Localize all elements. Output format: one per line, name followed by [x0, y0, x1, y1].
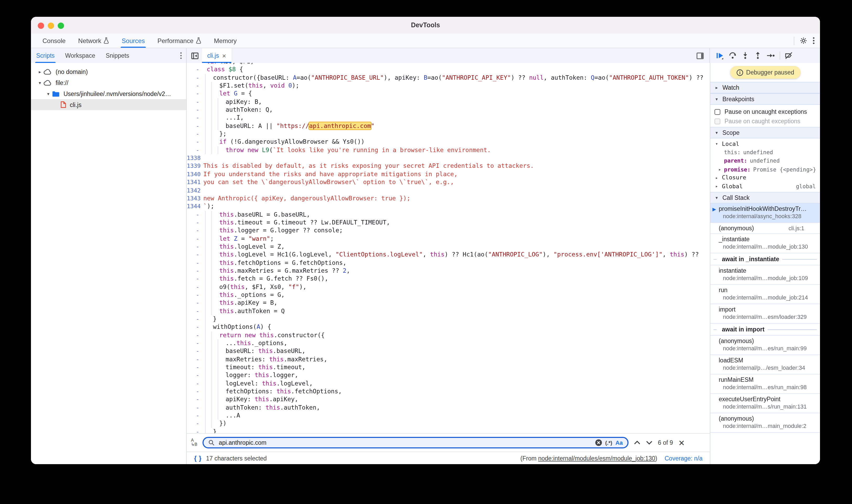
code-line[interactable]: -this.maxRetries = G.maxRetries ?? 2, [187, 267, 710, 275]
more-options-kebab-icon[interactable] [813, 37, 815, 44]
code-line[interactable]: 1342 [187, 186, 710, 195]
code-line[interactable]: -logLevel: this.logLevel, [187, 380, 710, 388]
gutter-dash[interactable]: - [187, 347, 199, 356]
gutter-dash[interactable]: - [187, 372, 199, 380]
code-line[interactable]: -logger: this.logger, [187, 372, 710, 380]
chevron-right-icon[interactable]: ▸ [714, 175, 719, 180]
code-line[interactable]: -} [187, 428, 710, 433]
scope-group-local[interactable]: ▾Local [710, 140, 820, 148]
stack-frame[interactable]: executeUserEntryPointnode:internal/m…s/r… [710, 394, 820, 413]
chevron-right-icon[interactable]: ▸ [718, 166, 722, 172]
chevron-down-icon[interactable]: ▾ [36, 80, 43, 85]
pretty-print-icon[interactable]: { } [194, 454, 202, 462]
stack-frame[interactable]: ▶promiseInitHookWithDestroyTr…node:inter… [710, 203, 820, 223]
code-line[interactable]: -baseURL: A || "https://api.anthropic.co… [187, 122, 710, 130]
gutter-line-number[interactable]: 1343 [187, 195, 199, 203]
scope-var-promise[interactable]: ▸promise:Promise {<pending>} [710, 165, 820, 173]
code-line[interactable]: -} [187, 315, 710, 323]
gutter-dash[interactable]: - [187, 323, 199, 331]
gutter-dash[interactable]: - [187, 267, 199, 275]
section-breakpoints[interactable]: ▾ Breakpoints [710, 93, 820, 105]
panel-tab-network[interactable]: Network [72, 34, 116, 48]
code-line[interactable]: 1344`); [187, 202, 710, 211]
stack-frame[interactable]: runMainESMnode:internal/m…es/run_main:98 [710, 375, 820, 394]
stack-frame[interactable]: (anonymous)node:internal/m…main_module:2 [710, 413, 820, 433]
gutter-dash[interactable]: - [187, 146, 199, 155]
search-input[interactable] [218, 439, 591, 446]
gutter-dash[interactable]: - [187, 307, 199, 315]
tree-item-cli-js[interactable]: cli.js [31, 99, 186, 110]
chevron-down-icon[interactable]: ▾ [45, 91, 52, 96]
scope-var-parent[interactable]: parent:undefined [710, 157, 820, 165]
gutter-dash[interactable]: - [187, 404, 199, 412]
code-line[interactable]: -class $8 { [187, 66, 710, 74]
search-field[interactable]: (.*) Aa [202, 437, 628, 448]
chevron-right-icon[interactable]: ▸ [36, 69, 43, 74]
chevron-down-icon[interactable]: ▾ [714, 141, 719, 146]
gutter-dash[interactable]: - [187, 90, 199, 98]
regex-toggle-icon[interactable]: (.*) [605, 440, 612, 446]
step-over-icon[interactable] [729, 52, 736, 59]
code-line[interactable]: -this.logLevel = Z, [187, 243, 710, 251]
code-line[interactable]: -if (!G.dangerouslyAllowBrowser && Ys0()… [187, 138, 710, 146]
section-scope[interactable]: ▾ Scope [710, 127, 820, 139]
previous-match-icon[interactable] [634, 440, 641, 445]
close-find-bar-icon[interactable]: ✕ [678, 439, 685, 447]
gutter-dash[interactable]: - [187, 251, 199, 259]
code-line[interactable]: 1341you can set the \`dangerouslyAllowBr… [187, 178, 710, 186]
stack-frame[interactable]: instantiatenode:internal/m…module_job:10… [710, 265, 820, 285]
code-line[interactable]: -authToken: Q, [187, 106, 710, 114]
stack-frame[interactable]: importnode:internal/m…esm/loader:329 [710, 304, 820, 324]
hide-navigator-icon[interactable] [191, 52, 199, 59]
pause-option-0[interactable]: Pause on uncaught exceptions [710, 107, 820, 116]
settings-gear-icon[interactable] [800, 37, 807, 44]
tree-item-file-[interactable]: ▾file:// [31, 77, 186, 88]
gutter-dash[interactable]: - [187, 291, 199, 299]
checkbox[interactable] [714, 109, 720, 114]
source-origin-link[interactable]: node:internal/modules/esm/module_job:130 [538, 455, 655, 461]
gutter-dash[interactable]: - [187, 235, 199, 243]
gutter-dash[interactable]: - [187, 412, 199, 420]
gutter-dash[interactable]: - [187, 283, 199, 291]
gutter-dash[interactable]: - [187, 315, 199, 323]
tab-close-icon[interactable]: × [222, 52, 226, 59]
panel-tab-performance[interactable]: Performance [151, 34, 208, 48]
gutter-dash[interactable]: - [187, 211, 199, 219]
code-line[interactable]: 1343new Anthropic({ apiKey, dangerouslyA… [187, 195, 710, 203]
gutter-dash[interactable]: - [187, 98, 199, 106]
gutter-dash[interactable]: - [187, 363, 199, 372]
tab-cli-js[interactable]: cli.js × [202, 48, 231, 63]
step-icon[interactable] [766, 52, 775, 59]
code-line[interactable]: -return new this.constructor({ [187, 331, 710, 339]
gutter-line-number[interactable]: 1342 [187, 186, 199, 195]
gutter-dash[interactable]: - [187, 388, 199, 396]
scope-group-global[interactable]: ▸Globalglobal [710, 182, 820, 191]
stack-frame[interactable]: runnode:internal/m…module_job:214 [710, 285, 820, 304]
gutter-line-number[interactable]: 1341 [187, 178, 199, 186]
scope-var-this[interactable]: this:undefined [710, 148, 820, 156]
gutter-dash[interactable]: - [187, 114, 199, 122]
code-line[interactable]: -...I, [187, 114, 710, 122]
gutter-dash[interactable]: - [187, 299, 199, 307]
match-case-toggle-icon[interactable]: Aa [616, 439, 623, 446]
code-line[interactable]: -this.fetch = G.fetch ?? Fs0(), [187, 275, 710, 283]
gutter-dash[interactable]: - [187, 122, 199, 130]
code-line[interactable]: -throw new L9(`It looks like you're runn… [187, 146, 710, 155]
code-line[interactable]: -}; [187, 130, 710, 138]
stack-frame[interactable]: _instantiatenode:internal/m…module_job:1… [710, 234, 820, 253]
code-line[interactable]: -apiKey: this.apiKey, [187, 396, 710, 404]
gutter-dash[interactable]: - [187, 275, 199, 283]
code-line[interactable]: -let Z = "warn"; [187, 235, 710, 243]
tree-item-users-jinhuilee-nvm-versions-node-v2-[interactable]: ▾Users/jinhuilee/.nvm/versions/node/v2… [31, 88, 186, 99]
gutter-line-number[interactable]: 1340 [187, 170, 199, 179]
code-line[interactable]: -o9(this, $F1, Xs0, "f"), [187, 283, 710, 291]
code-line[interactable]: -this.baseURL = G.baseURL, [187, 211, 710, 219]
code-line[interactable]: -}) [187, 420, 710, 428]
panel-tab-memory[interactable]: Memory [208, 34, 243, 48]
code-line[interactable]: -this.logLevel = Hc1(G.logLevel, "Client… [187, 251, 710, 259]
gutter-dash[interactable]: - [187, 130, 199, 138]
code-line[interactable]: -maxRetries: this.maxRetries, [187, 355, 710, 363]
section-watch[interactable]: ▸ Watch [710, 82, 820, 93]
step-into-icon[interactable] [741, 52, 749, 59]
tree-item--no-domain-[interactable]: ▸(no domain) [31, 66, 186, 77]
